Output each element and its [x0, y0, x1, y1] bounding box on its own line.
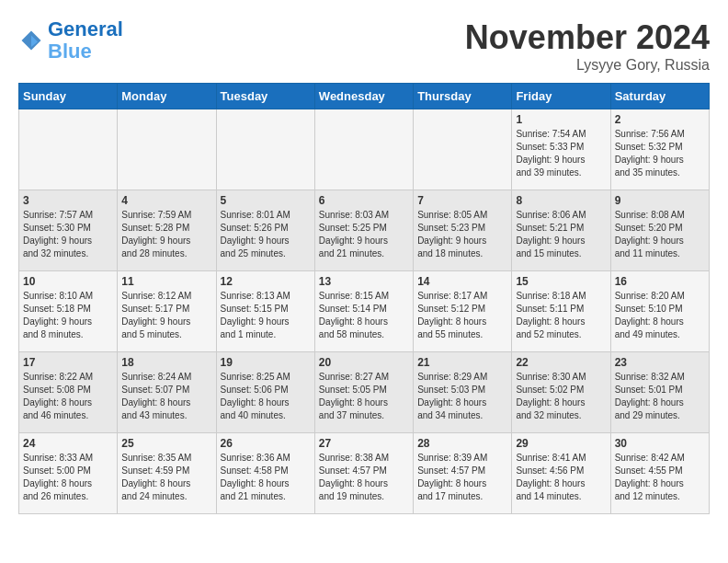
- day-number: 27: [319, 437, 409, 450]
- day-info: Sunrise: 8:35 AM Sunset: 4:59 PM Dayligh…: [121, 452, 211, 503]
- day-number: 13: [319, 275, 409, 288]
- calendar-cell: 28Sunrise: 8:39 AM Sunset: 4:57 PM Dayli…: [414, 433, 512, 514]
- day-info: Sunrise: 8:18 AM Sunset: 5:11 PM Dayligh…: [516, 290, 606, 341]
- day-info: Sunrise: 8:10 AM Sunset: 5:18 PM Dayligh…: [23, 290, 113, 341]
- day-info: Sunrise: 8:41 AM Sunset: 4:56 PM Dayligh…: [516, 452, 606, 503]
- day-info: Sunrise: 8:01 AM Sunset: 5:26 PM Dayligh…: [221, 209, 311, 260]
- day-number: 17: [23, 356, 113, 369]
- day-number: 20: [319, 356, 409, 369]
- weekday-header: Wednesday: [314, 84, 413, 109]
- day-number: 7: [417, 194, 507, 207]
- calendar-cell: 6Sunrise: 8:03 AM Sunset: 5:25 PM Daylig…: [314, 190, 413, 271]
- day-number: 8: [516, 194, 606, 207]
- day-info: Sunrise: 8:13 AM Sunset: 5:15 PM Dayligh…: [221, 290, 311, 341]
- calendar-cell: [414, 109, 512, 190]
- calendar-cell: 9Sunrise: 8:08 AM Sunset: 5:20 PM Daylig…: [610, 190, 709, 271]
- calendar-cell: 5Sunrise: 8:01 AM Sunset: 5:26 PM Daylig…: [216, 190, 314, 271]
- weekday-header-row: SundayMondayTuesdayWednesdayThursdayFrid…: [19, 84, 710, 109]
- day-info: Sunrise: 8:12 AM Sunset: 5:17 PM Dayligh…: [121, 290, 211, 341]
- calendar-cell: [216, 109, 314, 190]
- calendar-cell: 26Sunrise: 8:36 AM Sunset: 4:58 PM Dayli…: [216, 433, 314, 514]
- weekday-header: Tuesday: [216, 84, 314, 109]
- calendar-cell: 10Sunrise: 8:10 AM Sunset: 5:18 PM Dayli…: [19, 271, 118, 352]
- calendar-cell: [314, 109, 413, 190]
- day-number: 19: [221, 356, 311, 369]
- day-info: Sunrise: 8:06 AM Sunset: 5:21 PM Dayligh…: [516, 209, 606, 260]
- logo-text: General Blue: [48, 18, 123, 63]
- day-number: 4: [121, 194, 211, 207]
- day-number: 11: [121, 275, 211, 288]
- calendar-cell: [19, 109, 118, 190]
- calendar-cell: 8Sunrise: 8:06 AM Sunset: 5:21 PM Daylig…: [512, 190, 610, 271]
- logo: General Blue: [18, 18, 123, 63]
- day-number: 26: [221, 437, 311, 450]
- calendar-cell: 17Sunrise: 8:22 AM Sunset: 5:08 PM Dayli…: [19, 352, 118, 433]
- day-info: Sunrise: 8:05 AM Sunset: 5:23 PM Dayligh…: [417, 209, 507, 260]
- day-info: Sunrise: 8:08 AM Sunset: 5:20 PM Dayligh…: [615, 209, 705, 260]
- day-info: Sunrise: 8:30 AM Sunset: 5:02 PM Dayligh…: [516, 371, 606, 422]
- day-info: Sunrise: 8:22 AM Sunset: 5:08 PM Dayligh…: [23, 371, 113, 422]
- calendar-cell: 18Sunrise: 8:24 AM Sunset: 5:07 PM Dayli…: [118, 352, 216, 433]
- weekday-header: Saturday: [610, 84, 709, 109]
- calendar-cell: 25Sunrise: 8:35 AM Sunset: 4:59 PM Dayli…: [118, 433, 216, 514]
- weekday-header: Monday: [118, 84, 216, 109]
- calendar-table: SundayMondayTuesdayWednesdayThursdayFrid…: [18, 83, 710, 514]
- day-number: 28: [417, 437, 507, 450]
- day-number: 21: [417, 356, 507, 369]
- calendar-cell: 4Sunrise: 7:59 AM Sunset: 5:28 PM Daylig…: [118, 190, 216, 271]
- day-number: 12: [221, 275, 311, 288]
- day-number: 25: [121, 437, 211, 450]
- calendar-week-row: 3Sunrise: 7:57 AM Sunset: 5:30 PM Daylig…: [19, 190, 710, 271]
- day-info: Sunrise: 7:59 AM Sunset: 5:28 PM Dayligh…: [121, 209, 211, 260]
- day-number: 5: [221, 194, 311, 207]
- day-number: 1: [516, 113, 606, 126]
- day-info: Sunrise: 8:36 AM Sunset: 4:58 PM Dayligh…: [221, 452, 311, 503]
- day-info: Sunrise: 8:42 AM Sunset: 4:55 PM Dayligh…: [615, 452, 705, 503]
- day-number: 16: [615, 275, 705, 288]
- day-number: 29: [516, 437, 606, 450]
- day-number: 24: [23, 437, 113, 450]
- calendar-cell: 20Sunrise: 8:27 AM Sunset: 5:05 PM Dayli…: [314, 352, 413, 433]
- calendar-cell: 16Sunrise: 8:20 AM Sunset: 5:10 PM Dayli…: [610, 271, 709, 352]
- calendar-week-row: 17Sunrise: 8:22 AM Sunset: 5:08 PM Dayli…: [19, 352, 710, 433]
- calendar-week-row: 24Sunrise: 8:33 AM Sunset: 5:00 PM Dayli…: [19, 433, 710, 514]
- weekday-header: Friday: [512, 84, 610, 109]
- page-header: General Blue November 2024 Lysyye Gory, …: [18, 18, 710, 74]
- calendar-cell: 3Sunrise: 7:57 AM Sunset: 5:30 PM Daylig…: [19, 190, 118, 271]
- day-info: Sunrise: 8:27 AM Sunset: 5:05 PM Dayligh…: [319, 371, 409, 422]
- title-block: November 2024 Lysyye Gory, Russia: [465, 18, 710, 74]
- day-info: Sunrise: 7:54 AM Sunset: 5:33 PM Dayligh…: [516, 128, 606, 179]
- calendar-cell: 19Sunrise: 8:25 AM Sunset: 5:06 PM Dayli…: [216, 352, 314, 433]
- day-number: 9: [615, 194, 705, 207]
- logo-icon: [18, 28, 44, 53]
- calendar-cell: 14Sunrise: 8:17 AM Sunset: 5:12 PM Dayli…: [414, 271, 512, 352]
- day-number: 15: [516, 275, 606, 288]
- calendar-cell: 27Sunrise: 8:38 AM Sunset: 4:57 PM Dayli…: [314, 433, 413, 514]
- calendar-cell: 29Sunrise: 8:41 AM Sunset: 4:56 PM Dayli…: [512, 433, 610, 514]
- calendar-cell: 30Sunrise: 8:42 AM Sunset: 4:55 PM Dayli…: [610, 433, 709, 514]
- calendar-cell: 23Sunrise: 8:32 AM Sunset: 5:01 PM Dayli…: [610, 352, 709, 433]
- day-number: 30: [615, 437, 705, 450]
- day-info: Sunrise: 8:25 AM Sunset: 5:06 PM Dayligh…: [221, 371, 311, 422]
- day-number: 14: [417, 275, 507, 288]
- day-info: Sunrise: 8:17 AM Sunset: 5:12 PM Dayligh…: [417, 290, 507, 341]
- calendar-week-row: 1Sunrise: 7:54 AM Sunset: 5:33 PM Daylig…: [19, 109, 710, 190]
- day-number: 23: [615, 356, 705, 369]
- day-number: 6: [319, 194, 409, 207]
- day-info: Sunrise: 8:33 AM Sunset: 5:00 PM Dayligh…: [23, 452, 113, 503]
- weekday-header: Sunday: [19, 84, 118, 109]
- day-info: Sunrise: 8:20 AM Sunset: 5:10 PM Dayligh…: [615, 290, 705, 341]
- day-info: Sunrise: 8:29 AM Sunset: 5:03 PM Dayligh…: [417, 371, 507, 422]
- day-number: 2: [615, 113, 705, 126]
- day-info: Sunrise: 8:38 AM Sunset: 4:57 PM Dayligh…: [319, 452, 409, 503]
- day-info: Sunrise: 8:03 AM Sunset: 5:25 PM Dayligh…: [319, 209, 409, 260]
- day-info: Sunrise: 8:24 AM Sunset: 5:07 PM Dayligh…: [121, 371, 211, 422]
- day-number: 10: [23, 275, 113, 288]
- calendar-cell: 24Sunrise: 8:33 AM Sunset: 5:00 PM Dayli…: [19, 433, 118, 514]
- weekday-header: Thursday: [414, 84, 512, 109]
- calendar-cell: 21Sunrise: 8:29 AM Sunset: 5:03 PM Dayli…: [414, 352, 512, 433]
- calendar-cell: 13Sunrise: 8:15 AM Sunset: 5:14 PM Dayli…: [314, 271, 413, 352]
- day-info: Sunrise: 7:56 AM Sunset: 5:32 PM Dayligh…: [615, 128, 705, 179]
- day-info: Sunrise: 7:57 AM Sunset: 5:30 PM Dayligh…: [23, 209, 113, 260]
- calendar-week-row: 10Sunrise: 8:10 AM Sunset: 5:18 PM Dayli…: [19, 271, 710, 352]
